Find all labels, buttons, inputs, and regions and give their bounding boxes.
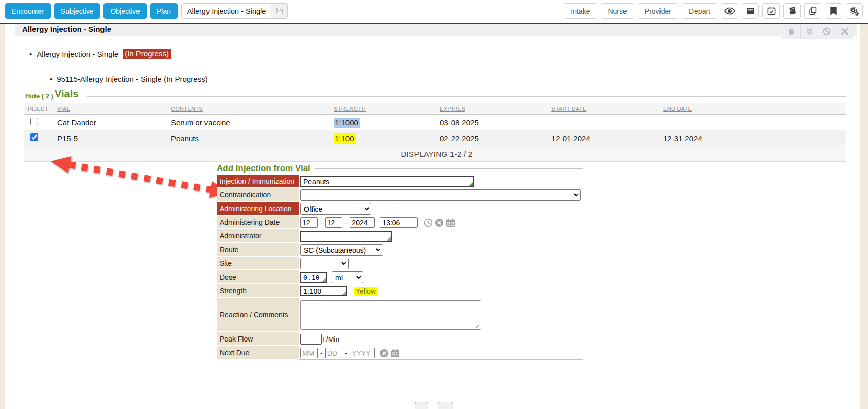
- col-contents[interactable]: CONTENTS: [167, 103, 330, 115]
- administering-location-select[interactable]: Office: [300, 203, 371, 215]
- paging-status: DISPLAYING 1-2 / 2: [24, 146, 846, 162]
- bookmark-icon[interactable]: [825, 3, 842, 19]
- strength-value: 1:100: [334, 133, 356, 144]
- collapse-all-icon[interactable]: [800, 24, 818, 39]
- calendar-check-icon[interactable]: [762, 3, 780, 19]
- inject-checkbox-p15-5[interactable]: [30, 133, 38, 141]
- reaction-comments-field[interactable]: [300, 300, 481, 330]
- administrator-field[interactable]: [300, 231, 392, 242]
- book-icon[interactable]: [783, 3, 801, 19]
- date-separator: -: [320, 349, 323, 357]
- col-expires[interactable]: EXPIRES: [436, 103, 547, 115]
- tab-plan[interactable]: Plan: [150, 3, 178, 19]
- document-name: Allergy Injection - Single: [182, 4, 272, 18]
- tab-objective[interactable]: Objective: [103, 3, 146, 19]
- dose-unit-select[interactable]: mL: [332, 271, 363, 283]
- top-toolbar: Encounter Subjective Objective Plan Alle…: [0, 0, 868, 24]
- vials-header-row: INJECT VIAL CONTENTS STRENGTH EXPIRES ST…: [24, 103, 846, 115]
- archive-box-icon[interactable]: [742, 3, 759, 19]
- site-select[interactable]: [300, 258, 349, 269]
- peak-flow-unit: L/Min: [322, 335, 339, 344]
- next-due-year-field[interactable]: [350, 348, 375, 358]
- contents-cell: Serum or vaccine: [167, 115, 330, 130]
- nurse-button[interactable]: Nurse: [601, 3, 634, 19]
- route-select[interactable]: SC (Subcutaneous): [300, 244, 383, 256]
- clock-icon[interactable]: [424, 218, 433, 227]
- toolbar-left-group: Encounter Subjective Objective Plan Alle…: [5, 3, 288, 19]
- bottom-action-button-1[interactable]: [415, 402, 428, 409]
- copy-pages-icon[interactable]: [804, 3, 821, 19]
- form-row-next-due: Next Due - -: [217, 346, 583, 360]
- admin-time-field[interactable]: [380, 217, 418, 228]
- administering-date-label: Administering Date: [217, 216, 299, 229]
- col-vial[interactable]: VIAL: [53, 103, 167, 115]
- col-end-date[interactable]: END DATE: [659, 103, 846, 115]
- form-legend: Add Injection from Vial: [217, 163, 315, 174]
- peak-flow-field[interactable]: [300, 334, 322, 345]
- admin-date-day-field[interactable]: [325, 217, 342, 228]
- reaction-comments-label: Reaction / Comments: [217, 298, 299, 332]
- gears-icon[interactable]: [846, 3, 863, 19]
- bottom-action-button-2[interactable]: [438, 402, 453, 409]
- page-title: Allergy Injection - Single: [22, 25, 111, 33]
- end-date-cell: [659, 115, 846, 130]
- vial-cell: P15-5: [53, 130, 167, 146]
- table-row: P15-5 Peanuts 1:100 02-22-2025 12-01-202…: [24, 130, 846, 146]
- form-row-dose: Dose mL: [217, 270, 583, 284]
- vials-legend: Vials: [55, 88, 78, 100]
- injection-immunization-field[interactable]: [300, 176, 474, 187]
- date-separator: -: [345, 219, 348, 227]
- outline-item-2: • 95115-Allergy Injection - Single (In P…: [50, 75, 208, 83]
- expires-cell: 03-08-2025: [436, 115, 547, 130]
- admin-date-month-field[interactable]: [300, 217, 318, 228]
- site-label: Site: [217, 257, 299, 270]
- expires-cell: 02-22-2025: [436, 130, 547, 146]
- strength-color-tag: Yellow: [354, 287, 378, 296]
- col-strength[interactable]: STRENGTH: [330, 103, 436, 115]
- strength-field[interactable]: [300, 286, 347, 296]
- add-injection-form: Add Injection from Vial Injection / Immu…: [217, 168, 583, 360]
- next-due-month-field[interactable]: [300, 348, 318, 358]
- save-document-button[interactable]: [271, 4, 287, 18]
- hide-vials-link[interactable]: Hide ( 2 ): [25, 92, 53, 100]
- disable-icon[interactable]: [818, 24, 836, 39]
- dose-field[interactable]: [300, 272, 327, 283]
- left-margin-strip: [0, 24, 5, 409]
- inject-checkbox-cat-dander[interactable]: [30, 118, 38, 125]
- next-due-day-field[interactable]: [325, 348, 342, 358]
- bullet-dot: •: [29, 50, 32, 58]
- pages-icon[interactable]: [782, 24, 800, 39]
- calendar-icon[interactable]: [446, 218, 455, 227]
- provider-button[interactable]: Provider: [638, 3, 678, 19]
- tab-subjective[interactable]: Subjective: [54, 3, 100, 19]
- col-start-date[interactable]: START DATE: [547, 103, 659, 115]
- date-separator: -: [320, 219, 323, 227]
- contraindication-select[interactable]: [300, 189, 581, 201]
- col-inject: INJECT: [24, 103, 53, 115]
- form-row-site: Site: [217, 257, 583, 270]
- panel-header: Allergy Injection - Single: [15, 24, 857, 36]
- depart-button[interactable]: Depart: [682, 3, 717, 19]
- floppy-disk-icon: [275, 7, 284, 15]
- vial-cell: Cat Dander: [53, 115, 167, 130]
- calendar-icon[interactable]: [391, 349, 400, 358]
- start-date-cell: [547, 115, 659, 130]
- outline-item-2-label: 95115-Allergy Injection - Single (In Pro…: [57, 75, 207, 83]
- administrator-label: Administrator: [217, 229, 299, 243]
- form-row-administering-date: Administering Date - -: [217, 216, 583, 229]
- close-icon[interactable]: [836, 24, 853, 39]
- outline-item-1: • Allergy Injection - Single (In Progres…: [29, 49, 171, 59]
- contraindication-label: Contraindication: [217, 188, 299, 202]
- clear-date-icon[interactable]: [435, 218, 444, 227]
- start-date-cell: 12-01-2024: [547, 130, 659, 146]
- admin-date-year-field[interactable]: [350, 217, 375, 228]
- status-badge: (In Progress): [123, 49, 171, 59]
- injection-immunization-label: Injection / Immunization: [217, 175, 299, 188]
- document-selector[interactable]: Allergy Injection - Single: [181, 3, 288, 19]
- vials-fieldset-line: [87, 96, 846, 97]
- intake-button[interactable]: Intake: [564, 3, 597, 19]
- tab-encounter[interactable]: Encounter: [5, 3, 51, 19]
- panel-header-actions: [782, 24, 853, 39]
- clear-date-icon[interactable]: [379, 349, 389, 358]
- eye-icon[interactable]: [721, 3, 738, 19]
